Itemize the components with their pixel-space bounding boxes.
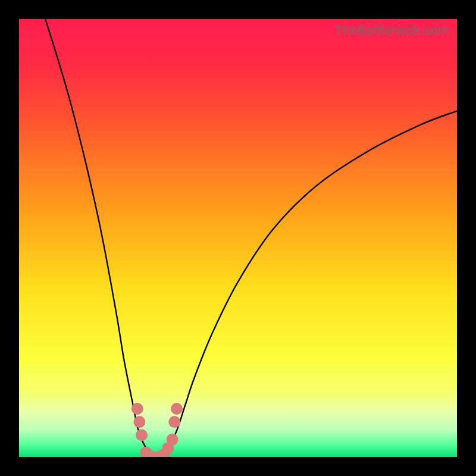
data-point (168, 416, 180, 428)
data-points (131, 403, 183, 457)
curve-layer (19, 19, 457, 457)
plot-area: TheBottleneck.com (19, 19, 457, 457)
data-point (171, 403, 183, 415)
bottleneck-curve (19, 19, 457, 457)
data-point (136, 429, 148, 441)
data-point (167, 434, 178, 446)
data-point (131, 403, 143, 415)
watermark-text: TheBottleneck.com (334, 23, 449, 38)
chart-frame: TheBottleneck.com (0, 0, 476, 476)
data-point (133, 416, 145, 428)
